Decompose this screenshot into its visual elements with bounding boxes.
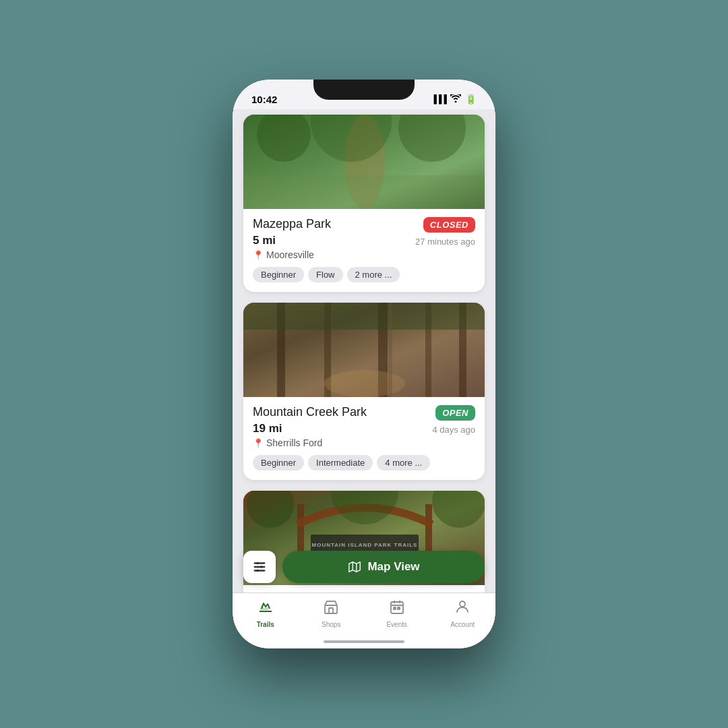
svg-rect-36	[394, 607, 396, 609]
trail-tags-mountain-creek: Beginner Intermediate 4 more ...	[253, 455, 475, 471]
tag-intermediate: Intermediate	[308, 455, 373, 471]
home-indicator	[324, 640, 404, 643]
tag-beginner: Beginner	[253, 267, 304, 282]
trail-city-mazeppa: Mooresville	[266, 249, 314, 260]
trail-info-mountain-creek: Mountain Creek Park OPEN 19 mi 4 days ag…	[243, 397, 485, 480]
tab-shops-label: Shops	[322, 621, 340, 628]
signal-icon: ▐▐▐	[431, 94, 446, 104]
trail-header-mazeppa: Mazeppa Park CLOSED	[253, 217, 475, 233]
trail-header-mountain-creek: Mountain Creek Park OPEN	[253, 405, 475, 421]
trails-icon	[257, 599, 274, 619]
map-view-label: Map View	[367, 560, 419, 574]
svg-point-27	[256, 570, 259, 572]
trail-card-mountain-creek[interactable]: Mountain Creek Park OPEN 19 mi 4 days ag…	[243, 303, 485, 480]
trail-location-mazeppa: 📍 Mooresville	[253, 249, 475, 260]
svg-text:MOUNTAIN ISLAND PARK TRAILS: MOUNTAIN ISLAND PARK TRAILS	[312, 542, 418, 548]
trail-city-mountain-creek: Sherrills Ford	[266, 437, 322, 448]
trail-name-mountain-creek: Mountain Creek Park	[253, 405, 367, 419]
tab-account-label: Account	[450, 621, 475, 628]
location-pin-icon-2: 📍	[253, 438, 264, 448]
battery-icon: 🔋	[465, 94, 477, 104]
map-icon	[347, 559, 362, 574]
tab-trails[interactable]: Trails	[233, 599, 299, 628]
svg-rect-30	[325, 605, 337, 613]
filter-button[interactable]	[243, 551, 276, 583]
trail-info-mazeppa: Mazeppa Park CLOSED 5 mi 27 minutes ago …	[243, 209, 485, 292]
location-pin-icon: 📍	[253, 250, 264, 260]
trail-list[interactable]: Mazeppa Park CLOSED 5 mi 27 minutes ago …	[233, 109, 495, 593]
svg-rect-31	[329, 608, 333, 613]
svg-rect-37	[398, 607, 400, 609]
tab-trails-label: Trails	[257, 621, 274, 628]
svg-point-38	[460, 601, 465, 607]
trail-location-mountain-creek: 📍 Sherrills Ford	[253, 437, 475, 448]
map-view-button[interactable]: Map View	[282, 551, 485, 583]
tag-beginner-2: Beginner	[253, 455, 304, 471]
wifi-icon	[450, 93, 461, 105]
tag-more-2: 4 more ...	[377, 455, 430, 471]
trail-card-mazeppa[interactable]: Mazeppa Park CLOSED 5 mi 27 minutes ago …	[243, 115, 485, 292]
trail-updated-mountain-creek: 4 days ago	[253, 425, 475, 435]
floating-buttons: Map View	[243, 551, 485, 583]
tab-events-label: Events	[386, 621, 407, 628]
status-badge-mazeppa: CLOSED	[423, 217, 475, 233]
tab-account[interactable]: Account	[430, 599, 496, 628]
events-icon	[389, 599, 405, 619]
svg-rect-32	[391, 602, 403, 613]
svg-rect-13	[243, 303, 485, 330]
trail-image-mountain-creek	[243, 303, 485, 397]
trail-updated-mazeppa: 27 minutes ago	[253, 237, 475, 247]
phone-screen: 10:42 ▐▐▐ 🔋	[233, 80, 495, 648]
svg-point-12	[324, 370, 405, 397]
notch	[313, 80, 415, 100]
status-time: 10:42	[251, 94, 277, 105]
trail-tags-mazeppa: Beginner Flow 2 more ...	[253, 267, 475, 282]
svg-point-25	[256, 562, 259, 565]
tag-more: 2 more ...	[347, 267, 400, 282]
svg-point-26	[260, 566, 263, 568]
status-badge-mountain-creek: OPEN	[435, 405, 475, 421]
trail-info-mountain-island: Mountain Island Park CLOSED 7.5 mi 19 ho…	[243, 585, 485, 593]
account-icon	[454, 599, 471, 619]
tab-events[interactable]: Events	[364, 599, 430, 628]
trail-name-mazeppa: Mazeppa Park	[253, 217, 331, 231]
tag-flow: Flow	[308, 267, 342, 282]
phone-frame: 10:42 ▐▐▐ 🔋	[233, 80, 495, 648]
tab-shops[interactable]: Shops	[299, 599, 365, 628]
svg-rect-2	[243, 175, 485, 209]
status-icons: ▐▐▐ 🔋	[431, 93, 477, 105]
shops-icon	[323, 599, 339, 619]
trail-image-mazeppa	[243, 115, 485, 209]
